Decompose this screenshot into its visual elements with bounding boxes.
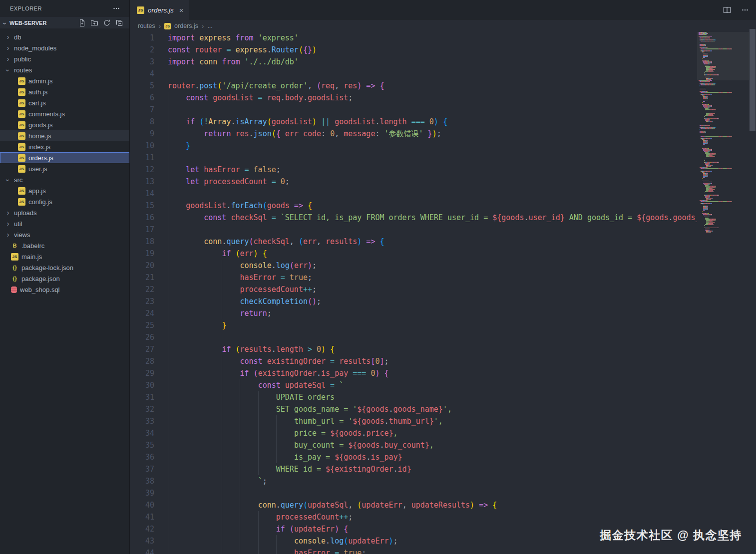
code-line[interactable]: 10 } [130, 140, 697, 152]
tree-file-web_shop.sql[interactable]: web_shop.sql [0, 284, 129, 295]
code-line[interactable]: 26 [130, 331, 697, 343]
line-number[interactable]: 34 [130, 427, 168, 439]
code-line[interactable]: 4 [130, 68, 697, 80]
line-number[interactable]: 2 [130, 44, 168, 56]
code-line[interactable]: 2const router = express.Router({}) [130, 44, 697, 56]
code-line[interactable]: 14 [130, 188, 697, 200]
code-line[interactable]: 27 if (results.length > 0) { [130, 343, 697, 355]
code-line[interactable]: 17 [130, 224, 697, 236]
line-number[interactable]: 39 [130, 487, 168, 499]
line-number[interactable]: 36 [130, 451, 168, 463]
code-line[interactable]: 7 [130, 104, 697, 116]
line-number[interactable]: 23 [130, 295, 168, 307]
line-number[interactable]: 40 [130, 499, 168, 511]
line-number[interactable]: 20 [130, 260, 168, 272]
line-number[interactable]: 28 [130, 355, 168, 367]
line-number[interactable]: 17 [130, 224, 168, 236]
code-line[interactable]: 1import express from 'express' [130, 32, 697, 44]
line-number[interactable]: 25 [130, 319, 168, 331]
code-line[interactable]: 21 hasError = true; [130, 272, 697, 283]
code-line[interactable]: 38 `; [130, 475, 697, 487]
code-line[interactable]: 36 is_pay = ${goods.is_pay} [130, 451, 697, 463]
code-line[interactable]: 19 if (err) { [130, 248, 697, 260]
tree-file-config.js[interactable]: JSconfig.js [0, 196, 129, 207]
tree-file-user.js[interactable]: JSuser.js [0, 163, 129, 174]
line-number[interactable]: 33 [130, 415, 168, 427]
project-header[interactable]: › WEB-SERVER [0, 17, 129, 28]
code-line[interactable]: 34 price = ${goods.price}, [130, 427, 697, 439]
code-line[interactable]: 9 return res.json({ err_code: 0, message… [130, 128, 697, 140]
line-number[interactable]: 14 [130, 188, 168, 200]
minimap-viewport[interactable] [697, 32, 749, 80]
code-line[interactable]: 40 conn.query(updateSql, (updateErr, upd… [130, 499, 697, 511]
line-number[interactable]: 37 [130, 463, 168, 475]
new-folder-icon[interactable] [89, 18, 99, 28]
line-number[interactable]: 38 [130, 475, 168, 487]
line-number[interactable]: 9 [130, 128, 168, 140]
line-number[interactable]: 3 [130, 56, 168, 68]
line-number[interactable]: 11 [130, 152, 168, 164]
editor-scrollbar[interactable] [749, 22, 756, 554]
line-number[interactable]: 15 [130, 200, 168, 212]
line-number[interactable]: 19 [130, 248, 168, 260]
code-line[interactable]: 5router.post('/api/create_order', (req, … [130, 80, 697, 92]
code-line[interactable]: 28 const existingOrder = results[0]; [130, 355, 697, 367]
line-number[interactable]: 7 [130, 104, 168, 116]
code-line[interactable]: 22 processedCount++; [130, 283, 697, 295]
line-number[interactable]: 10 [130, 140, 168, 152]
code-line[interactable]: 33 thumb_url = '${goods.thumb_url}', [130, 415, 697, 427]
line-number[interactable]: 35 [130, 439, 168, 451]
code-line[interactable]: 32 SET goods_name = '${goods.goods_name}… [130, 403, 697, 415]
line-number[interactable]: 42 [130, 523, 168, 535]
line-number[interactable]: 5 [130, 80, 168, 92]
code-line[interactable]: 23 checkCompletion(); [130, 295, 697, 307]
breadcrumb-item-routes[interactable]: routes [138, 22, 155, 29]
tree-file-goods.js[interactable]: JSgoods.js [0, 119, 129, 130]
code-line[interactable]: 24 return; [130, 307, 697, 319]
tree-folder-routes[interactable]: ›routes [0, 64, 129, 75]
tree-folder-node_modules[interactable]: ›node_modules [0, 42, 129, 53]
code-line[interactable]: 13 let processedCount = 0; [130, 176, 697, 188]
tree-folder-uploads[interactable]: ›uploads [0, 207, 129, 218]
tree-folder-views[interactable]: ›views [0, 229, 129, 240]
tree-file-package-lock.json[interactable]: {}package-lock.json [0, 262, 129, 273]
line-number[interactable]: 43 [130, 535, 168, 547]
close-icon[interactable]: × [179, 6, 184, 14]
code-line[interactable]: 37 WHERE id = ${existingOrder.id} [130, 463, 697, 475]
line-number[interactable]: 4 [130, 68, 168, 80]
tree-file-comments.js[interactable]: JScomments.js [0, 108, 129, 119]
code-line[interactable]: 6 const goodsList = req.body.goodsList; [130, 92, 697, 104]
line-number[interactable]: 41 [130, 511, 168, 523]
tree-file-auth.js[interactable]: JSauth.js [0, 86, 129, 97]
line-number[interactable]: 30 [130, 379, 168, 391]
collapse-folders-icon[interactable] [114, 18, 124, 28]
code-line[interactable]: 12 let hasError = false; [130, 164, 697, 176]
line-number[interactable]: 22 [130, 283, 168, 295]
tree-file-cart.js[interactable]: JScart.js [0, 97, 129, 108]
minimap[interactable] [697, 32, 749, 554]
code-line[interactable]: 39 [130, 487, 697, 499]
code-line[interactable]: 29 if (existingOrder.is_pay === 0) { [130, 367, 697, 379]
scrollbar-thumb[interactable] [750, 29, 756, 131]
code-line[interactable]: 11 [130, 152, 697, 164]
more-actions-icon[interactable] [111, 3, 121, 13]
line-number[interactable]: 8 [130, 116, 168, 128]
tree-file-app.js[interactable]: JSapp.js [0, 185, 129, 196]
line-number[interactable]: 12 [130, 164, 168, 176]
line-number[interactable]: 6 [130, 92, 168, 104]
line-number[interactable]: 16 [130, 212, 168, 224]
tree-file-orders.js[interactable]: JSorders.js [0, 152, 129, 163]
code-line[interactable]: 8 if (!Array.isArray(goodsList) || goods… [130, 116, 697, 128]
line-number[interactable]: 13 [130, 176, 168, 188]
new-file-icon[interactable] [77, 18, 87, 28]
tree-folder-db[interactable]: ›db [0, 31, 129, 42]
line-number[interactable]: 26 [130, 331, 168, 343]
line-number[interactable]: 44 [130, 547, 168, 554]
breadcrumb-item-symbol[interactable]: ... [207, 22, 212, 29]
line-number[interactable]: 1 [130, 32, 168, 44]
line-number[interactable]: 18 [130, 236, 168, 248]
code-line[interactable]: 35 buy_count = ${goods.buy_count}, [130, 439, 697, 451]
breadcrumb-item-file[interactable]: orders.js [174, 22, 198, 29]
code-line[interactable]: 25 } [130, 319, 697, 331]
tree-file-package.json[interactable]: {}package.json [0, 273, 129, 284]
